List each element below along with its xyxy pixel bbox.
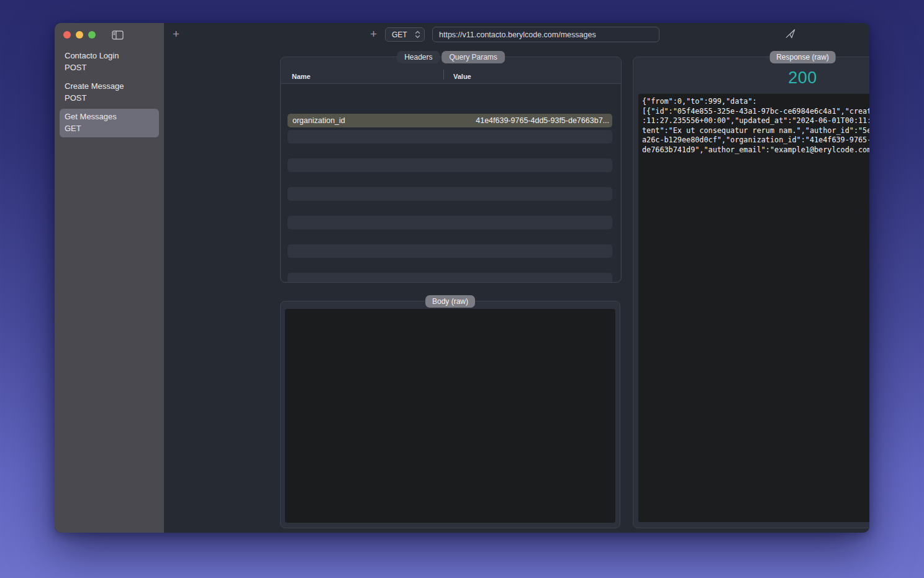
empty-param-row [288, 130, 612, 144]
empty-param-row [288, 158, 612, 172]
request-body-panel: Body (raw) [280, 301, 620, 528]
method-select[interactable]: GET [385, 27, 425, 42]
request-method: POST [65, 92, 154, 104]
param-row-organization-id[interactable]: organization_id 41e4f639-9765-4dd5-93f5-… [288, 114, 612, 127]
empty-param-row [288, 244, 612, 258]
param-value-cell: 41e4f639-9765-4dd5-93f5-de7663b7... [445, 116, 612, 125]
request-name: Contacto Login [65, 50, 154, 62]
request-name: Get Messages [65, 111, 154, 122]
request-method: GET [65, 122, 154, 134]
url-input[interactable] [432, 27, 659, 42]
empty-param-row [288, 187, 612, 201]
titlebar [55, 23, 164, 47]
request-list-item[interactable]: Get MessagesGET [60, 109, 159, 137]
app-window: Contacto LoginPOSTCreate MessagePOSTGet … [55, 23, 869, 533]
response-panel: Response (raw) 200 {"from":0,"to":999,"d… [633, 57, 869, 528]
chevron-up-down-icon [415, 30, 420, 39]
sidebar: Contacto LoginPOSTCreate MessagePOSTGet … [55, 23, 164, 533]
minimize-window-button[interactable] [76, 31, 83, 39]
tab-query-params[interactable]: Query Params [442, 51, 505, 63]
empty-param-row [288, 273, 612, 282]
response-body: {"from":0,"to":999,"data": [{"id":"05f4e… [638, 94, 869, 522]
response-label: Response (raw) [769, 51, 836, 63]
close-window-button[interactable] [63, 31, 71, 39]
request-list-item[interactable]: Create MessagePOST [60, 78, 159, 107]
column-header-name: Name [292, 73, 310, 80]
body-label: Body (raw) [425, 295, 475, 308]
main-area: + + GET Headers Query Params Name [164, 23, 869, 533]
body-editor[interactable] [285, 309, 615, 523]
params-table: organization_id 41e4f639-9765-4dd5-93f5-… [281, 83, 620, 282]
request-tabs: Headers Query Params [397, 51, 505, 63]
request-list-item[interactable]: Contacto LoginPOST [60, 48, 159, 76]
param-name-cell: organization_id [288, 116, 445, 125]
request-params-panel: Headers Query Params Name Value organiza… [280, 57, 622, 283]
column-divider [443, 70, 444, 80]
request-method: POST [65, 62, 154, 73]
paper-plane-icon [785, 28, 796, 39]
tab-headers[interactable]: Headers [397, 51, 440, 63]
send-request-button[interactable] [785, 28, 796, 39]
new-tab-button[interactable]: + [173, 28, 179, 40]
zoom-window-button[interactable] [88, 31, 96, 39]
column-header-value: Value [453, 73, 471, 80]
request-list: Contacto LoginPOSTCreate MessagePOSTGet … [55, 47, 164, 140]
request-name: Create Message [65, 80, 154, 92]
traffic-lights [63, 31, 96, 39]
response-status-code: 200 [633, 68, 869, 88]
add-request-button[interactable]: + [370, 28, 377, 40]
empty-param-row [288, 216, 612, 229]
method-select-value: GET [392, 30, 407, 39]
sidebar-toggle-icon[interactable] [112, 30, 124, 40]
